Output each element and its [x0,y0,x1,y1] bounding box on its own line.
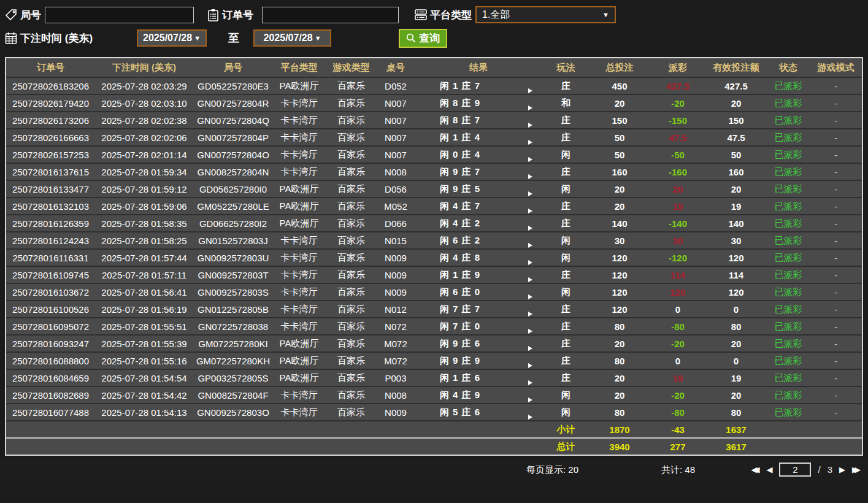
cell-game-type: 百家乐 [325,338,377,350]
cell-platform: PA欧洲厅 [273,80,325,92]
cell-result: 闲 4 庄 2 [414,218,506,229]
cell-game-mode: - [810,167,862,177]
cell-valid-bet: 80 [705,407,767,418]
table-row: 250728026179420 2025-07-28 02:03:10 GN00… [6,94,862,111]
cell-order-id: 250728016093247 [6,339,95,349]
cell-valid-bet: 114 [705,270,767,280]
cell-game-no: GN0072572804P [193,132,273,143]
cell-bet-time: 2025-07-28 01:55:51 [95,321,193,332]
current-page-input[interactable] [779,463,811,477]
cell-valid-bet: 120 [705,253,767,263]
cell-payout: 0 [650,356,705,366]
platform-type-select[interactable]: 1.全部 ▼ [475,6,616,23]
next-page-icon[interactable]: ▶ [839,463,845,477]
cell-total-bet: 20 [589,98,650,109]
cell-table-no: M072 [377,356,414,366]
cell-game-mode: - [810,270,862,280]
cell-total-bet: 20 [589,390,650,401]
cell-game-type: 百家乐 [325,132,377,144]
cell-bet-time: 2025-07-28 02:01:14 [95,150,193,160]
prev-page-icon[interactable]: ◀ [766,463,772,477]
cell-total-bet: 150 [589,115,650,126]
cell-status: 已派彩 [767,166,810,178]
col-header-bet-time: 下注时间 (美东) [95,62,193,74]
cell-result: 闲 7 庄 7 [414,304,506,315]
cell-game-type: 百家乐 [325,355,377,367]
cell-game-type: 百家乐 [325,235,377,247]
col-header-game-no: 局号 [193,62,273,74]
cell-game-no: GP0032572805S [193,373,273,383]
cell-table-no: N009 [377,407,414,418]
cell-total-bet: 80 [589,407,650,418]
cell-status: 已派彩 [767,269,810,281]
cell-table-no: D066 [377,218,414,229]
cell-order-id: 250728016116331 [6,253,95,263]
cell-bet-time: 2025-07-28 01:56:41 [95,287,193,298]
cell-game-type: 百家乐 [325,390,377,401]
cell-game-no: GD056257280I0 [193,184,273,194]
last-page-icon[interactable]: ▶▶ [852,463,861,477]
platform-type-value: 1.全部 [482,9,510,21]
date-from-picker[interactable]: 2025/07/28 ▼ [137,29,207,47]
col-header-order-id: 订单号 [6,62,95,74]
col-header-result: 结果 [414,62,543,74]
cell-platform: PA欧洲厅 [273,338,325,350]
game-no-input[interactable] [45,7,194,23]
cell-table-no: N012 [377,304,414,315]
cell-payout: 19 [650,373,705,383]
cell-table-no: P003 [377,373,414,383]
cell-result: 闲 9 庄 6 [414,338,506,350]
cell-result: 闲 4 庄 8 [414,252,506,264]
table-row: 250728026173206 2025-07-28 02:02:38 GN00… [6,111,862,128]
cell-bet-time: 2025-07-28 01:58:35 [95,218,193,229]
total-pages-label: 3 [828,464,832,475]
cell-payout: 19 [650,201,705,212]
cell-game-mode: - [810,201,862,212]
date-to-picker[interactable]: 2025/07/28 ▼ [253,29,331,47]
cell-valid-bet: 0 [705,304,767,315]
cell-payout: -160 [650,167,705,177]
cell-bet-time: 2025-07-28 01:54:13 [95,407,193,418]
cell-game-no: GN0072572804O [193,150,273,160]
cell-play: 庄 [543,355,589,367]
cell-table-no: N008 [377,167,414,177]
cell-bet-time: 2025-07-28 01:57:44 [95,253,193,263]
search-button[interactable]: 查询 [399,29,447,48]
cell-status: 已派彩 [767,390,810,401]
cell-bet-time: 2025-07-28 02:02:38 [95,115,193,126]
table-row: 250728016116331 2025-07-28 01:57:44 GN00… [6,248,862,266]
cell-game-type: 百家乐 [325,201,377,212]
col-header-game-mode: 游戏模式 [810,62,862,74]
cell-game-no: GN0082572804N [193,167,273,177]
cell-game-type: 百家乐 [325,183,377,195]
cell-game-no: GM072257280KH [193,356,273,366]
table-row: 250728016095072 2025-07-28 01:55:51 GN07… [6,317,862,334]
chevron-down-icon: ▼ [194,34,201,42]
cell-result: 闲 1 庄 7 [414,80,506,92]
cell-total-bet: 120 [589,304,650,315]
cell-platform: 卡卡湾厅 [273,166,325,178]
cell-status: 已派彩 [767,201,810,212]
grand-total-valid-bet: 3617 [705,442,767,452]
table-row: 250728016100526 2025-07-28 01:56:19 GN01… [6,300,862,317]
table-row: 250728016093247 2025-07-28 01:55:39 GM07… [6,334,862,351]
cell-table-no: D052 [377,81,414,91]
first-page-icon[interactable]: ◀◀ [751,463,759,477]
cell-platform: 卡卡湾厅 [273,321,325,332]
search-icon [406,33,416,43]
cell-game-no: GN07225728038 [193,321,273,332]
cell-order-id: 250728026173206 [6,115,95,126]
cell-payout: -150 [650,115,705,126]
cell-status: 已派彩 [767,98,810,109]
cell-total-bet: 20 [589,339,650,349]
cell-total-bet: 20 [589,184,650,194]
cell-total-bet: 50 [589,132,650,143]
cell-valid-bet: 160 [705,167,767,177]
cell-order-id: 250728016103672 [6,287,95,298]
cell-payout: -80 [650,407,705,418]
grand-total-payout: 277 [650,442,705,452]
cell-game-no: GN0072572804R [193,98,273,109]
cell-table-no: D056 [377,184,414,194]
order-no-input[interactable] [262,7,399,23]
table-row: 250728016109745 2025-07-28 01:57:11 GN00… [6,266,862,283]
